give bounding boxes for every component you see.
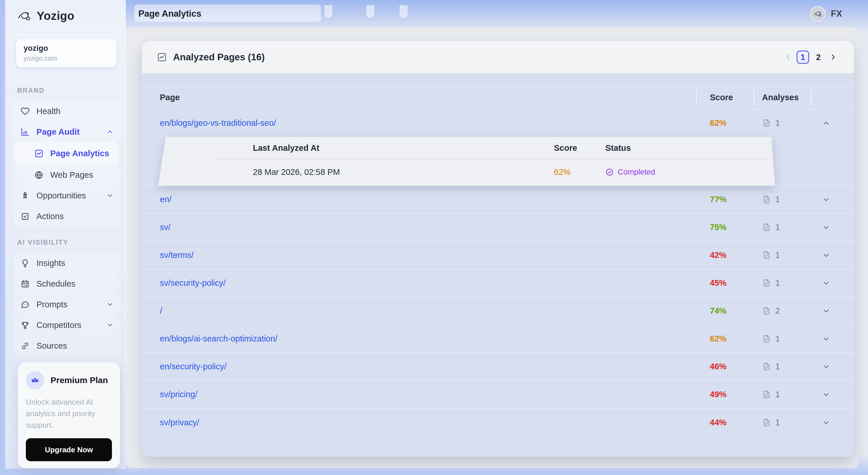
score-value: 77% — [710, 195, 726, 204]
sidebar-item-health[interactable]: Health — [13, 101, 119, 121]
column-header-analyses: Analyses — [753, 86, 811, 109]
sidebar-item-web-pages[interactable]: Web Pages — [13, 165, 119, 185]
bar-chart-icon — [21, 127, 30, 137]
premium-plan-card: Premium Plan Unlock advanced AI analytic… — [18, 362, 120, 468]
expand-row-button[interactable] — [811, 251, 854, 260]
score-value: 75% — [710, 222, 726, 232]
sidebar-item-prompts[interactable]: Prompts — [13, 294, 119, 315]
table-row[interactable]: sv/security-policy/45%1 — [142, 269, 854, 297]
expand-row-button[interactable] — [811, 279, 854, 288]
upgrade-now-button[interactable]: Upgrade Now — [26, 438, 112, 461]
user-menu[interactable]: FX — [810, 6, 842, 22]
score-value: 62% — [710, 334, 726, 343]
chevron-down-icon — [822, 195, 830, 204]
table-row[interactable]: en/blogs/geo-vs-traditional-seo/62%1 — [142, 109, 854, 137]
file-icon — [762, 418, 771, 427]
pagination-prev-button[interactable] — [782, 51, 794, 63]
detail-divider — [214, 159, 772, 159]
pagination-page-2[interactable]: 2 — [812, 51, 825, 64]
table-row[interactable]: en/security-policy/46%1 — [142, 353, 854, 381]
chevron-up-icon — [106, 128, 114, 136]
page-link[interactable]: en/blogs/ai-search-optimization/ — [160, 334, 277, 343]
page-link[interactable]: sv/security-policy/ — [160, 278, 226, 288]
file-icon — [762, 306, 771, 315]
calendar-icon — [21, 279, 30, 288]
chevron-down-icon — [822, 307, 830, 315]
section-label: BRAND — [17, 87, 125, 94]
chevron-right-icon — [829, 53, 838, 61]
rocket-icon — [21, 191, 30, 200]
workspace-domain: yozigo.com — [24, 55, 109, 62]
row-detail-panel: Last Analyzed AtScoreStatus28 Mar 2026, … — [158, 137, 775, 186]
crown-icon — [31, 376, 39, 385]
page-link[interactable]: sv/ — [160, 222, 170, 232]
chevron-down-icon — [822, 390, 830, 399]
page-link[interactable]: sv/terms/ — [160, 250, 194, 260]
column-header-score: Score — [696, 86, 753, 109]
sidebar-item-competitors[interactable]: Competitors — [13, 315, 119, 335]
expand-row-button[interactable] — [811, 390, 854, 399]
chevron-down-icon — [822, 223, 830, 232]
analyses-count: 1 — [775, 118, 780, 128]
page-link[interactable]: sv/privacy/ — [160, 418, 199, 427]
page-title: Page Analytics — [138, 9, 201, 19]
sidebar-item-actions[interactable]: Actions — [13, 206, 119, 227]
detail-last-analyzed-value: 28 Mar 2026, 02:58 PM — [253, 168, 554, 177]
chevron-down-icon — [822, 251, 830, 260]
score-value: 62% — [710, 118, 726, 127]
table-row[interactable]: sv/75%1 — [142, 214, 854, 241]
sidebar-item-page-analytics[interactable]: Page Analytics — [13, 142, 119, 165]
chat-icon — [21, 300, 30, 309]
sidebar-nav: BRANDHealthPage AuditPage AnalyticsWeb P… — [5, 87, 125, 356]
expand-row-button[interactable] — [811, 334, 854, 343]
stork-avatar-icon — [813, 9, 823, 18]
decor-blob — [324, 5, 332, 18]
page-link[interactable]: / — [160, 306, 162, 315]
nav-list: InsightsSchedulesPromptsCompetitorsSourc… — [5, 253, 125, 356]
nav-list: HealthPage AuditPage AnalyticsWeb PagesO… — [5, 101, 125, 227]
expand-row-button[interactable] — [811, 362, 854, 371]
analyses-count: 2 — [775, 306, 780, 316]
page-link[interactable]: en/ — [160, 195, 172, 204]
chevron-down-icon — [822, 418, 830, 427]
decor-blob — [400, 5, 408, 18]
page-link[interactable]: sv/pricing/ — [160, 390, 197, 399]
table-row[interactable]: /74%2 — [142, 297, 854, 325]
chart-icon — [157, 52, 167, 62]
expand-row-button[interactable] — [811, 307, 854, 315]
sidebar-item-label: Sources — [36, 341, 67, 351]
score-value: 42% — [710, 250, 726, 260]
premium-plan-title: Premium Plan — [51, 375, 108, 385]
analyses-count: 1 — [775, 334, 780, 344]
pagination-page-1[interactable]: 1 — [797, 51, 809, 64]
pagination-next-button[interactable] — [828, 51, 839, 63]
sidebar-item-page-audit[interactable]: Page Audit — [13, 121, 119, 142]
score-value: 45% — [710, 278, 726, 288]
sidebar-item-label: Competitors — [36, 321, 81, 330]
file-icon — [762, 119, 771, 127]
expand-row-button[interactable] — [811, 119, 854, 127]
sidebar-item-sources[interactable]: Sources — [13, 335, 119, 356]
table-row[interactable]: sv/privacy/44%1 — [142, 409, 854, 437]
expand-row-button[interactable] — [811, 223, 854, 232]
sidebar-item-label: Page Analytics — [50, 149, 109, 158]
expand-row-button[interactable] — [811, 195, 854, 204]
table-row[interactable]: sv/pricing/49%1 — [142, 381, 854, 409]
table-row[interactable]: en/77%1 — [142, 186, 854, 214]
page-link[interactable]: en/security-policy/ — [160, 362, 226, 371]
workspace-selector[interactable]: yozigo yozigo.com — [16, 39, 117, 67]
sidebar-item-label: Actions — [36, 212, 64, 221]
analyses-count: 1 — [775, 390, 780, 399]
link-icon — [21, 342, 30, 350]
brand-logo[interactable]: Yozigo — [5, 0, 125, 23]
crown-badge — [26, 371, 44, 389]
sidebar-item-opportunities[interactable]: Opportunities — [13, 185, 119, 206]
table-row[interactable]: en/blogs/ai-search-optimization/62%1 — [142, 325, 854, 353]
sidebar-item-insights[interactable]: Insights — [13, 253, 119, 273]
table-row[interactable]: sv/terms/42%1 — [142, 241, 854, 269]
expand-row-button[interactable] — [811, 418, 854, 427]
column-header-expand — [811, 86, 854, 109]
sidebar-item-schedules[interactable]: Schedules — [13, 273, 119, 294]
page-link[interactable]: en/blogs/geo-vs-traditional-seo/ — [160, 118, 276, 127]
brand-name: Yozigo — [37, 9, 74, 22]
